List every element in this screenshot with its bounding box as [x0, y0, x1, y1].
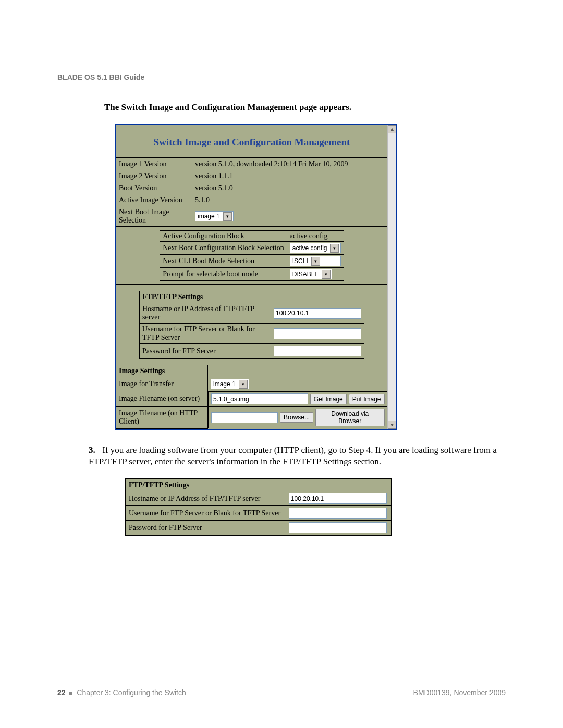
row-label: Active Image Version: [116, 194, 192, 206]
ftp-host-input-2[interactable]: [289, 493, 387, 504]
ftp-user-input-2[interactable]: [289, 508, 387, 519]
select-value: DISABLE: [292, 270, 319, 278]
next-cfg-block-select[interactable]: active config ▾: [290, 243, 341, 253]
row-label: Boot Version: [116, 182, 192, 194]
ftp-header: FTP/TFTP Settings: [126, 479, 286, 491]
scroll-down-arrow-icon[interactable]: ▾: [388, 421, 396, 429]
get-image-button[interactable]: Get Image: [310, 394, 347, 404]
cell: ISCLI ▾: [287, 255, 344, 268]
ftp-panel-closeup: FTP/TFTP Settings Hostname or IP Address…: [125, 478, 392, 536]
row-label: Hostname or IP Address of FTP/TFTP serve…: [126, 491, 286, 506]
row-label: Username for FTP Server or Blank for TFT…: [140, 324, 271, 344]
row-label: Hostname or IP Address of FTP/TFTP serve…: [140, 303, 271, 324]
cli-boot-mode-select[interactable]: ISCLI ▾: [290, 256, 341, 266]
scrollbar-vertical[interactable]: ▴ ▾: [387, 125, 396, 429]
browse-button[interactable]: Browse...: [280, 412, 313, 423]
row-label: Password for FTP Server: [126, 521, 286, 535]
row-value: version 5.1.0, downloaded 2:10:14 Fri Ma…: [192, 158, 388, 170]
row-label: Next Boot Image Selection: [116, 206, 192, 227]
select-value: active config: [292, 244, 327, 252]
panel-title: Switch Image and Configuration Managemen…: [116, 125, 388, 158]
scroll-up-arrow-icon[interactable]: ▴: [388, 125, 396, 133]
document-page: BLADE OS 5.1 BBI Guide The Switch Image …: [0, 0, 563, 728]
version-table: Image 1 Version version 5.1.0, downloade…: [116, 158, 388, 227]
row-label: Next CLI Boot Mode Selection: [160, 255, 287, 268]
select-value: ISCLI: [292, 257, 308, 265]
chevron-down-icon: ▾: [311, 257, 320, 266]
row-label: Image for Transfer: [116, 377, 208, 391]
server-filename-input[interactable]: [211, 393, 308, 404]
chapter-name: Chapter 3: Configuring the Switch: [77, 688, 186, 697]
footer-square-icon: [69, 692, 72, 695]
http-filename-input[interactable]: [211, 412, 278, 423]
put-image-button[interactable]: Put Image: [349, 394, 385, 404]
doc-header: BLADE OS 5.1 BBI Guide: [57, 73, 506, 81]
ftp-table-2: FTP/TFTP Settings Hostname or IP Address…: [126, 479, 391, 535]
select-value: image 1: [213, 380, 236, 388]
row-value: version 1.1.1: [192, 170, 388, 182]
row-value: active config: [287, 231, 344, 242]
row-label: Username for FTP Server or Blank for TFT…: [126, 506, 286, 521]
doc-reference: BMD00139, November 2009: [413, 688, 506, 697]
cfg-block-table: Active Configuration Block active config…: [160, 230, 344, 281]
row-value: version 5.1.0: [192, 182, 388, 194]
row-label: Image 2 Version: [116, 170, 192, 182]
image-transfer-select[interactable]: image 1 ▾: [211, 379, 249, 389]
row-label: Image 1 Version: [116, 158, 192, 170]
step-3: 3. If you are loading software from your…: [89, 445, 500, 468]
prompt-boot-mode-select[interactable]: DISABLE ▾: [290, 269, 333, 279]
image-settings-header: Image Settings: [116, 365, 208, 377]
row-value: 5.1.0: [192, 194, 388, 206]
page-footer: 22 Chapter 3: Configuring the Switch BMD…: [57, 688, 506, 697]
config-panel: ▴ ▾ Switch Image and Configuration Manag…: [115, 124, 397, 430]
chevron-down-icon: ▾: [330, 244, 339, 253]
chevron-down-icon: ▾: [239, 380, 248, 389]
next-boot-image-select[interactable]: image 1 ▾: [195, 211, 234, 221]
ftp-block: FTP/TFTP Settings Hostname or IP Address…: [139, 291, 364, 359]
page-number: 22: [57, 688, 66, 697]
row-label: Active Configuration Block: [160, 231, 287, 242]
row-label: Image Filename (on HTTP Client): [116, 406, 208, 428]
step-number: 3.: [89, 445, 100, 456]
chevron-down-icon: ▾: [223, 212, 232, 221]
ftp-pass-input-2[interactable]: [289, 522, 387, 533]
cell: DISABLE ▾: [287, 268, 344, 281]
ftp-table: FTP/TFTP Settings Hostname or IP Address…: [139, 291, 364, 359]
ftp-pass-input[interactable]: [274, 346, 361, 356]
chevron-down-icon: ▾: [322, 270, 331, 279]
intro-text: The Switch Image and Configuration Manag…: [104, 102, 506, 113]
step-text: If you are loading software from your co…: [89, 445, 497, 467]
select-value: image 1: [198, 213, 220, 220]
ftp-header: FTP/TFTP Settings: [140, 291, 271, 303]
row-label: Image Filename (on server): [116, 391, 208, 407]
next-boot-select-cell: image 1 ▾: [192, 206, 388, 227]
download-via-browser-button[interactable]: Download via Browser: [315, 409, 384, 426]
row-label: Prompt for selectable boot mode: [160, 268, 287, 281]
ftp-host-input[interactable]: [274, 308, 361, 319]
cell: active config ▾: [287, 242, 344, 255]
cfg-block-wrap: Active Configuration Block active config…: [116, 227, 388, 285]
ftp-user-input[interactable]: [274, 328, 361, 339]
image-settings-table: Image Settings Image for Transfer image …: [116, 365, 388, 429]
row-label: Next Boot Configuration Block Selection: [160, 242, 287, 255]
row-label: Password for FTP Server: [140, 344, 271, 359]
